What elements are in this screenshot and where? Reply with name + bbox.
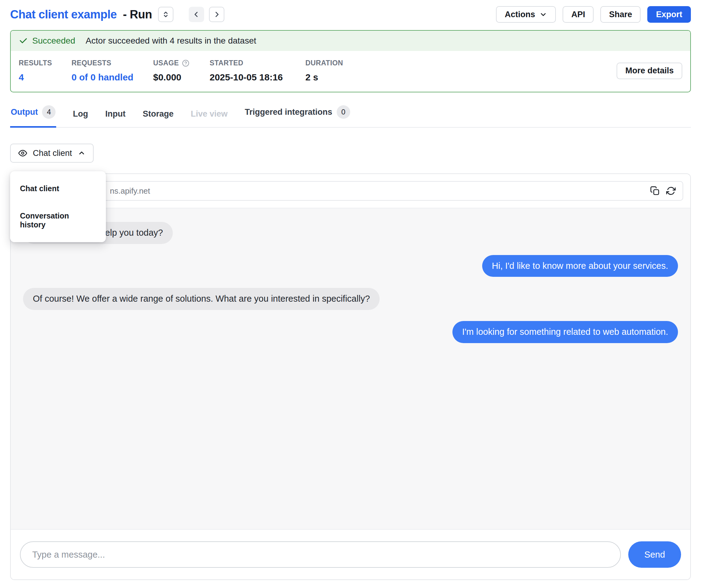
stat-results-value[interactable]: 4 bbox=[19, 72, 71, 82]
output-view-dropdown-menu: Chat client Conversation history bbox=[10, 171, 106, 242]
up-down-chevron-icon bbox=[162, 10, 170, 19]
tab-log[interactable]: Log bbox=[72, 105, 88, 128]
send-button[interactable]: Send bbox=[628, 541, 681, 568]
chat-composer: Send bbox=[11, 530, 690, 579]
tab-output[interactable]: Output 4 bbox=[10, 101, 56, 128]
api-button-label: API bbox=[571, 10, 585, 19]
eye-icon bbox=[18, 149, 27, 158]
stat-duration: DURATION 2 s bbox=[305, 59, 343, 82]
refresh-url-button[interactable] bbox=[666, 186, 676, 196]
stat-started: STARTED 2025-10-05 18:16 bbox=[210, 59, 305, 82]
stat-usage: USAGE $0.000 bbox=[153, 59, 210, 82]
chat-message-list: Hello! How can I help you today? Hi, I'd… bbox=[11, 208, 690, 530]
export-button[interactable]: Export bbox=[647, 6, 691, 23]
tab-output-badge: 4 bbox=[42, 105, 55, 119]
refresh-icon bbox=[666, 186, 676, 196]
chat-panel-header: ns.apify.net bbox=[11, 174, 690, 208]
tab-input-label: Input bbox=[105, 109, 126, 119]
api-button[interactable]: API bbox=[562, 6, 594, 23]
stat-duration-value: 2 s bbox=[305, 72, 343, 82]
export-button-label: Export bbox=[656, 10, 682, 19]
run-header: Chat client example - Run Actions bbox=[0, 0, 701, 28]
more-details-button[interactable]: More details bbox=[617, 63, 682, 79]
copy-url-button[interactable] bbox=[650, 186, 660, 196]
tab-storage[interactable]: Storage bbox=[142, 105, 174, 128]
dropdown-item-chat-client[interactable]: Chat client bbox=[10, 175, 106, 202]
next-run-button[interactable] bbox=[209, 7, 224, 22]
stat-usage-value: $0.000 bbox=[153, 72, 210, 82]
tab-triggered-integrations-label: Triggered integrations bbox=[245, 107, 332, 117]
chevron-up-icon bbox=[78, 149, 86, 157]
output-view-selector[interactable]: Chat client bbox=[10, 143, 93, 163]
output-view-selector-label: Chat client bbox=[33, 149, 72, 158]
url-bar-actions bbox=[650, 186, 676, 196]
chat-message-user: I'm looking for something related to web… bbox=[452, 321, 678, 343]
status-state-label: Succeeded bbox=[32, 36, 75, 46]
actions-button-label: Actions bbox=[505, 10, 535, 19]
header-actions: Actions API Share Export bbox=[496, 6, 691, 23]
chat-message-input[interactable] bbox=[20, 541, 621, 568]
more-details-label: More details bbox=[625, 66, 674, 75]
tab-live-view-label: Live view bbox=[191, 109, 227, 119]
actor-title-link[interactable]: Chat client example bbox=[10, 8, 116, 21]
tab-live-view: Live view bbox=[190, 105, 228, 128]
url-bar: ns.apify.net bbox=[18, 181, 683, 201]
tab-log-label: Log bbox=[73, 109, 88, 119]
stat-usage-label: USAGE bbox=[153, 59, 210, 67]
check-icon bbox=[19, 36, 28, 45]
stat-usage-label-text: USAGE bbox=[153, 59, 179, 67]
stat-requests: REQUESTS 0 of 0 handled bbox=[71, 59, 153, 82]
stat-results: RESULTS 4 bbox=[19, 59, 71, 82]
actions-dropdown-button[interactable]: Actions bbox=[496, 6, 556, 23]
title-area: Chat client example - Run bbox=[10, 7, 224, 22]
chat-client-panel: ns.apify.net Hello! How can I help you t… bbox=[10, 174, 691, 580]
run-stats-row: RESULTS 4 REQUESTS 0 of 0 handled USAGE … bbox=[11, 51, 690, 92]
url-text: ns.apify.net bbox=[110, 186, 150, 196]
send-button-label: Send bbox=[644, 550, 665, 559]
share-button[interactable]: Share bbox=[600, 6, 641, 23]
chevron-right-icon bbox=[212, 10, 221, 19]
tab-triggered-integrations[interactable]: Triggered integrations 0 bbox=[244, 101, 351, 128]
tab-triggered-integrations-badge: 0 bbox=[337, 105, 350, 119]
stat-requests-value[interactable]: 0 of 0 handled bbox=[71, 72, 153, 82]
share-button-label: Share bbox=[609, 10, 632, 19]
help-circle-icon[interactable] bbox=[182, 59, 189, 67]
tab-output-label: Output bbox=[11, 107, 38, 117]
tab-storage-label: Storage bbox=[143, 109, 174, 119]
stat-requests-label: REQUESTS bbox=[71, 59, 153, 67]
chat-message-bot: Of course! We offer a wide range of solu… bbox=[23, 288, 380, 310]
status-state: Succeeded bbox=[19, 36, 75, 46]
chevron-down-icon bbox=[539, 10, 547, 18]
previous-run-button[interactable] bbox=[189, 7, 204, 22]
tab-input[interactable]: Input bbox=[105, 105, 126, 128]
stat-started-label: STARTED bbox=[210, 59, 305, 67]
stat-started-value: 2025-10-05 18:16 bbox=[210, 72, 305, 82]
run-label: - Run bbox=[123, 8, 152, 21]
run-title-suffix bbox=[120, 8, 123, 21]
run-selector-button[interactable] bbox=[158, 7, 173, 22]
stat-results-label: RESULTS bbox=[19, 59, 71, 67]
status-banner: Succeeded Actor succeeded with 4 results… bbox=[11, 31, 690, 51]
page-title: Chat client example - Run bbox=[10, 8, 152, 21]
run-status-card: Succeeded Actor succeeded with 4 results… bbox=[10, 30, 691, 92]
stat-duration-label: DURATION bbox=[305, 59, 343, 67]
chevron-left-icon bbox=[192, 10, 201, 19]
copy-icon bbox=[650, 186, 660, 196]
run-tabs: Output 4 Log Input Storage Live view Tri… bbox=[10, 101, 691, 128]
dropdown-item-conversation-history[interactable]: Conversation history bbox=[10, 202, 106, 239]
status-message: Actor succeeded with 4 results in the da… bbox=[86, 36, 256, 46]
chat-message-user: Hi, I'd like to know more about your ser… bbox=[482, 255, 678, 277]
